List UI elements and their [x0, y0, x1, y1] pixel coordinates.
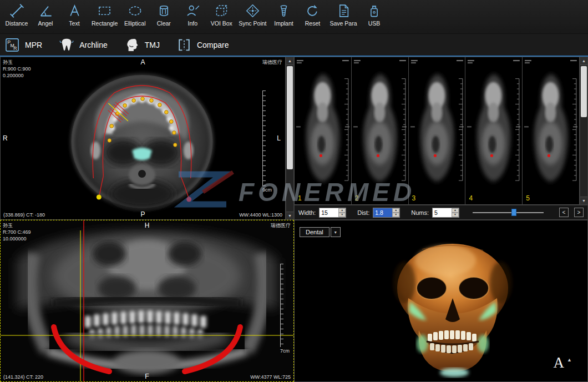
toolbar-button-usb[interactable]: USB	[360, 3, 389, 27]
cross-scrollbar-thumb[interactable]	[581, 66, 587, 117]
toolbar-button-distance[interactable]: Distance	[2, 3, 31, 27]
voi-box-icon	[214, 3, 229, 18]
slider-track	[473, 212, 544, 213]
axial-orientation-right: L	[277, 134, 281, 142]
axial-view-panel[interactable]: 孙玉 R:900 C:900 0.200000 A R L P 瑞德医疗 (33…	[0, 57, 286, 220]
width-input[interactable]: 15 ▲▼	[319, 208, 346, 218]
dist-value[interactable]: 1.8	[373, 208, 392, 217]
cross-section-slice[interactable]: 5	[523, 57, 580, 204]
slider-thumb[interactable]	[511, 209, 516, 216]
nums-down-button[interactable]: ▼	[452, 213, 459, 217]
axial-orientation-bottom: P	[140, 210, 145, 218]
cross-section-controls: Width: 15 ▲▼ Dist: 1.8 ▲▼ Nums: 5 ▲▼	[294, 205, 588, 220]
cross-section-image	[352, 57, 408, 204]
slice-position-slider[interactable]	[473, 208, 544, 217]
axial-clinic-name: 瑞德医疗	[262, 59, 282, 66]
axial-orientation-left: R	[3, 134, 8, 142]
orientation-axis-icon: ▲	[567, 357, 572, 363]
pano-ruler: 7cm	[280, 264, 290, 354]
ruler-ticks	[262, 91, 266, 186]
toolbar-button-label: VOI Box	[211, 20, 232, 27]
toolbar-button-label: Distance	[6, 20, 28, 27]
sync-point-icon	[245, 3, 260, 18]
cross-section-slice[interactable]: 1	[295, 57, 352, 204]
cross-section-image	[409, 57, 465, 204]
mode-button-mpr[interactable]: PMRMPR	[4, 37, 42, 53]
toolbar-button-angle[interactable]: Angel	[31, 3, 60, 27]
toolbar-button-reset[interactable]: Reset	[298, 3, 327, 27]
angle-icon	[38, 3, 53, 18]
toolbar-button-label: Text	[69, 20, 79, 27]
cross-scrollbar-track[interactable]	[580, 65, 587, 197]
axial-row-col: R:900 C:900	[3, 66, 31, 72]
nums-value[interactable]: 5	[433, 208, 452, 217]
cross-section-slice[interactable]: 4	[465, 57, 523, 204]
width-value[interactable]: 15	[320, 208, 338, 217]
info-icon	[185, 3, 200, 18]
pano-orientation-bottom: F	[145, 373, 149, 380]
axial-orientation-top: A	[140, 58, 145, 66]
dist-up-button[interactable]: ▲	[392, 208, 399, 213]
width-label: Width:	[298, 209, 316, 216]
volume-render-image	[295, 220, 587, 381]
dental-preset-button[interactable]: Dental	[300, 227, 330, 237]
implant-icon	[276, 3, 291, 18]
toolbar-button-save[interactable]: Save Para	[327, 3, 359, 27]
cross-section-slice[interactable]: 3	[409, 57, 466, 204]
distance-icon	[9, 3, 24, 18]
axial-cursor-readout: (338.869) CT: -180	[3, 212, 45, 218]
pano-scale-value: 10.000000	[3, 235, 31, 242]
scroll-up-icon[interactable]: ▲	[580, 57, 587, 65]
scroll-down-icon[interactable]: ▼	[286, 212, 293, 219]
toolbar-button-sync-point[interactable]: Sync Point	[236, 3, 269, 27]
prev-slice-button[interactable]: <	[559, 208, 569, 217]
width-up-button[interactable]: ▲	[338, 208, 346, 213]
slice-number: 5	[526, 194, 530, 202]
axial-scrollbar[interactable]: ▲ ▼	[286, 57, 294, 220]
toolbar-button-voi-box[interactable]: VOI Box	[207, 3, 236, 27]
slice-number: 2	[355, 194, 359, 202]
reset-icon	[305, 3, 320, 18]
toolbar-button-rectangle[interactable]: Rectangle	[89, 3, 120, 27]
toolbar-button-info[interactable]: Info	[178, 3, 207, 27]
toolbar-button-text[interactable]: Text	[60, 3, 89, 27]
cross-section-image	[465, 57, 522, 204]
next-slice-button[interactable]: >	[574, 208, 584, 217]
toolbar-button-ellipse[interactable]: Elliptical	[120, 3, 149, 27]
chevron-down-icon: ▾	[334, 230, 337, 235]
axial-scrollbar-track[interactable]	[286, 65, 293, 212]
toolbar-button-label: Info	[188, 20, 198, 27]
pano-orientation-top: H	[145, 222, 150, 229]
nums-up-button[interactable]: ▲	[452, 208, 459, 213]
axial-scrollbar-thumb[interactable]	[287, 66, 293, 169]
width-down-button[interactable]: ▼	[338, 213, 346, 217]
slice-number: 4	[469, 194, 473, 202]
panoramic-view-panel[interactable]: 孙玉 R:700 C:469 10.000000 H F 瑞德医疗 (141.3…	[0, 220, 294, 382]
toolbar-button-label: Save Para	[330, 20, 357, 27]
cross-sections-scrollbar[interactable]: ▲ ▼	[580, 57, 588, 205]
scroll-up-icon[interactable]: ▲	[286, 57, 293, 65]
cross-section-cell: 1 2 3	[294, 57, 588, 220]
pano-cursor-readout: (141.324) CT: 220	[3, 374, 43, 380]
mode-button-tmj[interactable]: TMJ	[124, 37, 160, 53]
nums-input[interactable]: 5 ▲▼	[432, 208, 459, 218]
cross-section-slice[interactable]: 2	[352, 57, 409, 204]
toolbar-button-clear[interactable]: Clear	[149, 3, 178, 27]
mode-button-label: Archline	[79, 41, 108, 49]
volume-orientation-label: A	[554, 354, 565, 371]
panoramic-image	[1, 220, 293, 381]
scroll-down-icon[interactable]: ▼	[580, 197, 587, 204]
slice-number: 3	[412, 194, 416, 202]
mode-toolbar: PMRMPRArchlineTMJCompare	[0, 33, 588, 57]
dental-options-button[interactable]: ▾	[331, 227, 341, 237]
pano-ruler-label: 7cm	[280, 348, 290, 354]
mode-button-label: Compare	[197, 41, 229, 49]
volume-3d-panel[interactable]: Dental ▾ ▲ A	[294, 220, 588, 382]
mode-button-archline[interactable]: Archline	[59, 37, 108, 53]
toolbar-button-implant[interactable]: Implant	[269, 3, 298, 27]
dist-down-button[interactable]: ▼	[392, 213, 399, 217]
toolbar-button-label: Angel	[38, 20, 53, 27]
dist-input[interactable]: 1.8 ▲▼	[373, 208, 400, 218]
clear-icon	[156, 3, 171, 18]
mode-button-compare[interactable]: Compare	[176, 37, 229, 53]
